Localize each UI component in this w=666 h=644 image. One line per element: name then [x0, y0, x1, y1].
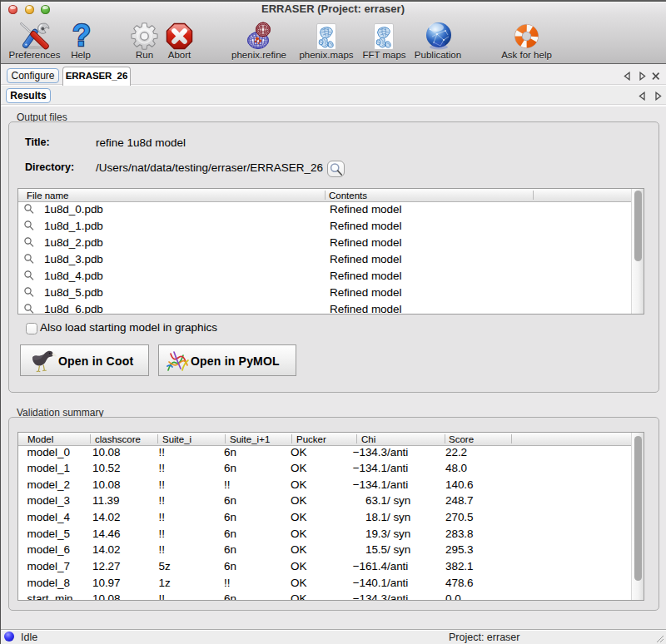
- svg-text:?: ?: [72, 20, 91, 52]
